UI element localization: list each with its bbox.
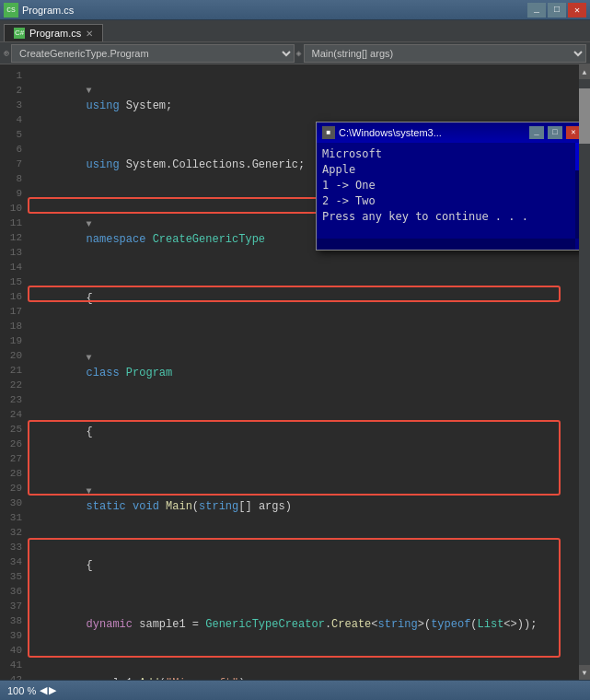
minimize-button[interactable]: _ (527, 3, 546, 18)
collapse-4[interactable]: ▼ (87, 217, 98, 232)
collapse-8[interactable]: ▼ (87, 484, 98, 499)
vertical-scrollbar[interactable]: ▲ ▼ (579, 64, 590, 680)
namespace-icon: ⊕ (4, 48, 9, 59)
title-bar-text: Program.cs (22, 5, 527, 16)
console-scrollbar[interactable] (575, 143, 579, 239)
tab-label: Program.cs (29, 28, 81, 39)
code-line-6: ▼ class Program (33, 321, 572, 395)
console-scrollbar-thumb[interactable] (575, 143, 579, 170)
member-icon: ◈ (296, 48, 302, 59)
zoom-controls: ◀ ▶ (40, 684, 56, 696)
console-title-text: C:\Windows\system3... (339, 125, 526, 140)
console-line-2: Apple (322, 162, 579, 178)
code-line-1: ▼ using System; (33, 68, 572, 128)
scrollbar-thumb[interactable] (579, 88, 590, 144)
app-icon: CS (4, 3, 18, 18)
tab-bar: C# Program.cs ✕ (0, 20, 590, 42)
scroll-down-button[interactable]: ▼ (579, 665, 590, 680)
scroll-up-button[interactable]: ▲ (579, 64, 590, 79)
zoom-decrease-button[interactable]: ◀ (40, 684, 47, 696)
tab-close-icon[interactable]: ✕ (86, 29, 93, 39)
console-titlebar: ■ C:\Windows\system3... _ □ ✕ (317, 122, 579, 143)
code-editor[interactable]: ▼ using System; using System.Collections… (26, 64, 579, 680)
console-close-button[interactable]: ✕ (566, 126, 579, 139)
tab-icon: C# (14, 28, 25, 39)
maximize-button[interactable]: □ (548, 3, 566, 18)
console-icon: ■ (322, 126, 335, 139)
code-line-10: dynamic sample1 = GenericTypeCreator.Cre… (33, 588, 572, 647)
member-dropdown[interactable]: Main(string[] args) (304, 44, 586, 63)
collapse-1[interactable]: ▼ (87, 84, 98, 99)
console-horizontal-scrollbar[interactable] (317, 239, 575, 250)
status-bar: 100 % ◀ ▶ (0, 680, 590, 700)
zoom-level: 100 % (7, 685, 36, 696)
navigation-bar: ⊕ CreateGenericType.Program ◈ Main(strin… (0, 42, 590, 64)
collapse-6[interactable]: ▼ (87, 351, 98, 366)
window-controls: _ □ ✕ (527, 3, 586, 18)
code-line-9: { (33, 529, 572, 588)
code-line-7: { (33, 395, 572, 454)
console-line-5: Press any key to continue . . . (322, 209, 579, 225)
type-dropdown[interactable]: CreateGenericType.Program (11, 44, 294, 63)
code-line-5: { (33, 262, 572, 321)
code-line-8: ▼ static void Main(string[] args) (33, 454, 572, 529)
console-line-4: 2 -> Two (322, 193, 579, 209)
console-window: ■ C:\Windows\system3... _ □ ✕ Microsoft … (316, 122, 579, 251)
console-minimize-button[interactable]: _ (529, 126, 544, 139)
console-maximize-button[interactable]: □ (548, 126, 562, 139)
console-line-3: 1 -> One (322, 178, 579, 193)
tab-program-cs[interactable]: C# Program.cs ✕ (4, 24, 103, 41)
close-button[interactable]: ✕ (568, 3, 586, 18)
code-line-11: sample1.Add("Microsoft"); (33, 647, 572, 680)
line-numbers: 1 2 3 4 5 6 7 8 9 10 11 12 13 14 15 16 1… (0, 64, 26, 680)
console-line-1: Microsoft (322, 146, 579, 162)
zoom-increase-button[interactable]: ▶ (49, 684, 56, 696)
console-output: Microsoft Apple 1 -> One 2 -> Two Press … (317, 143, 579, 239)
title-bar: CS Program.cs _ □ ✕ (0, 0, 590, 20)
